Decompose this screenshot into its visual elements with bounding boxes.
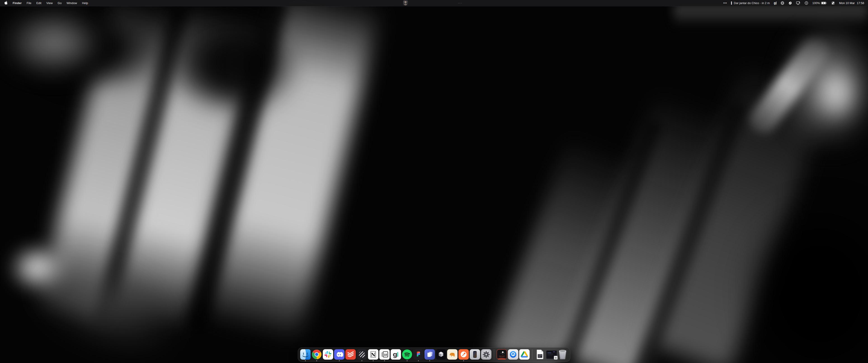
menu-window[interactable]: Window	[64, 0, 79, 6]
dock-minimized-window[interactable]: 11	[546, 349, 557, 360]
menu-file[interactable]: File	[24, 0, 34, 6]
dock-iphone-mirroring-icon[interactable]	[470, 349, 480, 360]
svg-text:N: N	[371, 352, 375, 358]
control-center-icon[interactable]	[829, 0, 837, 6]
dock-separator	[532, 349, 532, 360]
battery-percent: 100%	[812, 1, 820, 5]
dock: N 10 g	[298, 348, 570, 362]
menu-help[interactable]: Help	[80, 0, 91, 6]
battery-status[interactable]: 100%	[810, 0, 829, 6]
menu-bar: Finder File Edit View Go Window Help ···…	[0, 0, 868, 6]
calendar-badge: 11	[554, 356, 558, 360]
menubar-time: 17:58	[857, 1, 864, 5]
app-menu-finder[interactable]: Finder	[10, 0, 24, 6]
dock-system-settings-icon[interactable]	[481, 349, 491, 360]
dock-postman-icon[interactable]	[458, 349, 469, 360]
dock-google-drive-icon[interactable]	[519, 349, 530, 360]
dock-todoist-icon[interactable]	[345, 349, 356, 360]
dock-figma-icon[interactable]	[413, 349, 424, 360]
event-color-bar	[731, 1, 732, 5]
menubar-user-avatar[interactable]	[403, 0, 408, 5]
dock-document-file-icon[interactable]	[535, 349, 545, 360]
menu-bar-left: Finder File Edit View Go Window Help	[0, 0, 90, 6]
dock-grammarly-icon[interactable]: g	[391, 349, 401, 360]
dock-chrome-icon[interactable]	[311, 349, 322, 360]
apple-logo-icon	[4, 1, 7, 5]
overflow-menu-icon[interactable]: •••	[721, 0, 729, 6]
onepassword-icon[interactable]	[802, 0, 810, 6]
dock-notion-calendar-icon[interactable]: 10	[379, 349, 390, 360]
pick-icon[interactable]	[786, 0, 794, 6]
display-icon[interactable]	[794, 0, 802, 6]
menu-bar-status-area: ••• Dar jantar do Chico · in 2 m g	[721, 0, 866, 6]
dock-discord-icon[interactable]	[334, 349, 344, 360]
dock-linear-icon[interactable]	[357, 349, 367, 360]
menubar-date: Mon 10 Mar	[839, 1, 855, 5]
menu-edit[interactable]: Edit	[34, 0, 44, 6]
minimized-window-thumbnail: 11	[546, 350, 557, 359]
dock-spotify-icon[interactable]	[402, 349, 412, 360]
dock-notion-icon[interactable]: N	[368, 349, 378, 360]
sunburst-icon[interactable]	[778, 0, 786, 6]
dock-raycast-icon[interactable]: raycast	[497, 349, 507, 360]
grammarly-icon[interactable]: g	[772, 0, 778, 6]
menu-view[interactable]: View	[44, 0, 55, 6]
menu-go[interactable]: Go	[55, 0, 64, 6]
battery-icon	[821, 2, 827, 4]
menubar-clock[interactable]: Mon 10 Mar 17:58	[837, 0, 866, 6]
svg-text:10: 10	[384, 353, 387, 357]
dock-slack-icon[interactable]	[323, 349, 333, 360]
svg-text:g: g	[393, 351, 398, 358]
dock-trash-icon[interactable]	[557, 349, 568, 360]
dock-finder-icon[interactable]	[300, 349, 311, 360]
hidden-menu-items-icon[interactable]: ···	[458, 0, 462, 6]
dock-stacked-cards-app-icon[interactable]	[425, 349, 435, 360]
dock-1password-icon[interactable]	[508, 349, 518, 360]
apple-menu[interactable]	[2, 0, 10, 6]
dock-elephant-app-icon[interactable]	[447, 349, 458, 360]
reminder-text: Dar jantar do Chico · in 2 m	[734, 1, 770, 5]
dock-cube-3d-app-icon[interactable]	[436, 349, 446, 360]
reminder-status-item[interactable]: Dar jantar do Chico · in 2 m	[729, 0, 772, 6]
svg-text:raycast: raycast	[499, 355, 504, 357]
desktop-wallpaper	[0, 0, 868, 363]
desktop: Finder File Edit View Go Window Help ···…	[0, 0, 868, 363]
